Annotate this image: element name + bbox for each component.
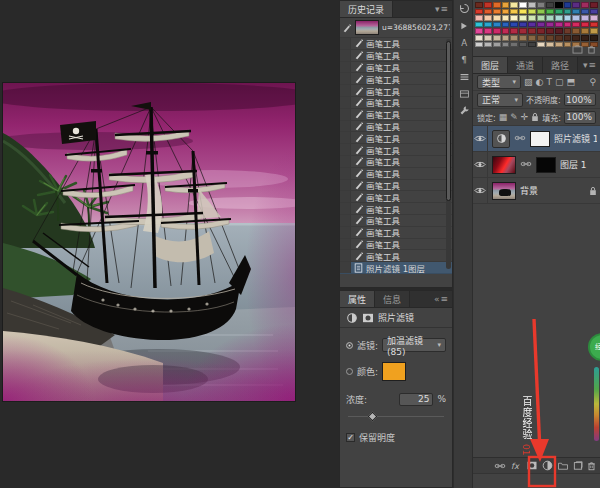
color-swatch[interactable]	[537, 15, 545, 21]
filter-adjustment-icon[interactable]: ◐	[536, 77, 544, 87]
color-swatch[interactable]	[528, 28, 536, 34]
visibility-toggle[interactable]	[473, 178, 488, 203]
preserve-luminosity-checkbox[interactable]: ✓	[346, 433, 355, 442]
actions-dock-icon[interactable]	[454, 17, 474, 34]
tab-layers[interactable]: 图层	[473, 57, 508, 73]
group-button[interactable]	[557, 461, 569, 470]
color-swatch[interactable]	[581, 35, 589, 41]
color-swatch[interactable]	[590, 2, 598, 8]
history-entry[interactable]: 画笔工具	[340, 62, 452, 74]
new-swatch-button[interactable]	[572, 45, 583, 54]
history-entry[interactable]: 画笔工具	[340, 215, 452, 227]
color-swatch[interactable]	[546, 42, 554, 48]
lock-transparency-icon[interactable]: ▦	[499, 112, 508, 122]
color-swatch[interactable]	[484, 28, 492, 34]
snapshot-thumbnail[interactable]	[355, 20, 379, 35]
color-swatch[interactable]	[519, 15, 527, 21]
color-swatch[interactable]	[510, 35, 518, 41]
color-swatch[interactable]	[537, 2, 545, 8]
color-swatch[interactable]	[510, 2, 518, 8]
history-entry[interactable]: 画笔工具	[340, 156, 452, 168]
history-dock-icon[interactable]	[454, 0, 474, 17]
history-entry[interactable]: 画笔工具	[340, 168, 452, 180]
color-swatch[interactable]	[475, 22, 483, 28]
color-swatch[interactable]	[519, 28, 527, 34]
color-swatch[interactable]	[555, 28, 563, 34]
color-swatch[interactable]	[484, 22, 492, 28]
color-swatch[interactable]	[590, 15, 598, 21]
color-swatch[interactable]	[555, 9, 563, 15]
link-button[interactable]	[494, 462, 506, 470]
color-swatch[interactable]	[484, 15, 492, 21]
lock-position-icon[interactable]: ✛	[521, 112, 529, 122]
layer-thumbnail[interactable]	[492, 182, 516, 200]
color-swatch[interactable]	[493, 35, 501, 41]
color-swatch[interactable]	[537, 35, 545, 41]
fx-button[interactable]: fx	[510, 461, 522, 471]
paragraph-dock-icon[interactable]: ¶	[454, 51, 474, 68]
color-swatch[interactable]	[502, 35, 510, 41]
tab-properties[interactable]: 属性	[340, 291, 375, 307]
layers-panel-menu-icon[interactable]: ▾≡	[583, 60, 597, 70]
color-swatch[interactable]	[510, 9, 518, 15]
color-swatch[interactable]	[502, 2, 510, 8]
layer-mask-thumbnail[interactable]	[536, 157, 556, 173]
color-swatch[interactable]	[590, 22, 598, 28]
history-source-checkbox[interactable]	[340, 38, 351, 49]
color-swatch[interactable]	[493, 42, 501, 48]
color-swatch[interactable]	[502, 28, 510, 34]
color-swatch[interactable]	[519, 42, 527, 48]
filter-toggle-icon[interactable]: ⚲	[589, 77, 596, 87]
filter-type-icon[interactable]: T	[546, 77, 552, 87]
adjustment-layer-thumbnail[interactable]	[492, 130, 510, 148]
density-slider-knob[interactable]	[368, 412, 378, 422]
history-source-checkbox[interactable]	[340, 239, 351, 250]
history-source-checkbox[interactable]	[340, 250, 351, 261]
color-swatch[interactable]	[581, 28, 589, 34]
history-source-checkbox[interactable]	[340, 97, 351, 108]
color-swatch[interactable]	[475, 28, 483, 34]
color-swatch[interactable]	[510, 28, 518, 34]
color-swatch[interactable]	[564, 9, 572, 15]
tab-channels[interactable]: 通道	[508, 57, 543, 73]
filter-select[interactable]: 加温滤镜 (85)▾	[382, 338, 446, 352]
history-source-checkbox[interactable]	[340, 262, 351, 273]
color-swatch[interactable]	[590, 9, 598, 15]
color-swatch[interactable]	[546, 28, 554, 34]
color-swatch[interactable]	[546, 22, 554, 28]
color-swatch[interactable]	[537, 22, 545, 28]
color-swatch[interactable]	[581, 22, 589, 28]
filter-smart-icon[interactable]: ⬒	[566, 77, 575, 87]
color-swatch[interactable]	[493, 15, 501, 21]
color-swatch[interactable]	[572, 28, 580, 34]
color-swatch[interactable]	[555, 15, 563, 21]
color-swatch[interactable]	[484, 9, 492, 15]
history-source-checkbox[interactable]	[340, 180, 351, 191]
document-image[interactable]	[2, 82, 296, 402]
lock-all-icon[interactable]	[531, 112, 539, 122]
adjustment-button[interactable]	[542, 460, 553, 471]
color-swatch[interactable]	[510, 15, 518, 21]
color-swatch[interactable]	[528, 2, 536, 8]
color-swatch[interactable]	[537, 42, 545, 48]
layer-row[interactable]: 背景	[473, 178, 600, 204]
history-source-checkbox[interactable]	[340, 227, 351, 238]
color-swatch[interactable]	[528, 35, 536, 41]
color-swatch[interactable]	[493, 9, 501, 15]
layer-mask-thumbnail[interactable]	[530, 131, 550, 147]
color-swatch[interactable]	[502, 9, 510, 15]
history-entry[interactable]: 画笔工具	[340, 239, 452, 251]
history-entry[interactable]: 画笔工具	[340, 97, 452, 109]
history-scrollbar[interactable]	[446, 39, 451, 269]
panel-menu-icon[interactable]: ▾≡	[435, 4, 449, 14]
color-swatch[interactable]	[564, 42, 572, 48]
color-swatch[interactable]	[572, 2, 580, 8]
color-swatch[interactable]	[528, 42, 536, 48]
color-swatch[interactable]	[484, 42, 492, 48]
history-entry[interactable]: 画笔工具	[340, 73, 452, 85]
color-swatch[interactable]	[510, 42, 518, 48]
filter-pixel-icon[interactable]: ▨	[524, 77, 533, 87]
fill-input[interactable]: 100%	[564, 111, 596, 124]
color-swatch[interactable]	[590, 35, 598, 41]
density-slider[interactable]	[348, 413, 444, 420]
